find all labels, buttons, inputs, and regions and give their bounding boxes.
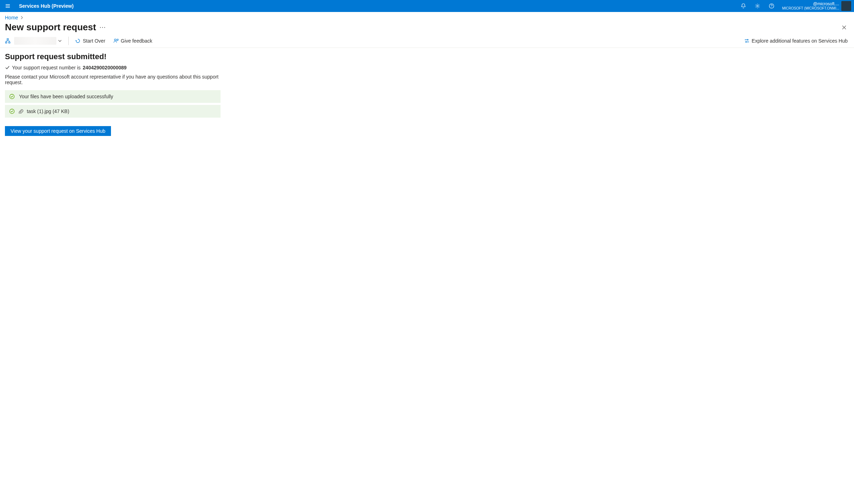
svg-point-2 <box>771 7 772 7</box>
page-header: New support request <box>0 21 854 34</box>
start-over-label: Start Over <box>83 38 105 44</box>
upload-success-text: Your files have been uploaded successful… <box>19 94 113 99</box>
svg-rect-6 <box>7 39 8 40</box>
main-content: Support request submitted! Your support … <box>0 48 225 140</box>
svg-point-3 <box>100 27 100 27</box>
account-email: @microsoft.... <box>782 2 839 6</box>
svg-point-5 <box>104 27 105 27</box>
contact-instructions: Please contact your Microsoft account re… <box>5 74 221 85</box>
restart-icon <box>75 38 81 44</box>
svg-point-9 <box>114 39 116 41</box>
avatar <box>841 1 851 11</box>
upload-success-banner: Your files have been uploaded successful… <box>5 90 221 103</box>
toolbar: Start Over Give feedback Explore additio… <box>0 34 854 48</box>
chevron-right-icon <box>20 16 24 19</box>
account-block[interactable]: @microsoft.... MICROSOFT (MICROSOFT.ONMI… <box>782 1 851 11</box>
svg-point-4 <box>102 27 103 27</box>
hierarchy-icon <box>5 38 11 44</box>
success-check-icon <box>9 94 15 99</box>
check-icon <box>5 65 10 70</box>
more-icon[interactable] <box>100 27 105 28</box>
request-number-label: Your support request number is <box>12 65 81 70</box>
account-tenant: MICROSOFT (MICROSOFT.ONMI... <box>782 6 839 10</box>
notifications-icon[interactable] <box>738 0 749 12</box>
request-number-value: 2404290020000089 <box>83 65 127 70</box>
feedback-icon <box>113 38 119 44</box>
explore-features-link[interactable]: Explore additional features on Services … <box>744 38 848 44</box>
settings-icon[interactable] <box>752 0 763 12</box>
start-over-button[interactable]: Start Over <box>74 37 107 44</box>
svg-point-10 <box>10 94 14 99</box>
help-icon[interactable] <box>766 0 777 12</box>
swap-icon <box>744 38 750 44</box>
request-number-line: Your support request number is 240429002… <box>5 65 221 70</box>
org-name-redacted <box>14 37 56 45</box>
submitted-heading: Support request submitted! <box>5 52 221 61</box>
success-check-icon <box>9 108 15 114</box>
attachment-icon <box>18 109 23 114</box>
svg-rect-7 <box>6 42 7 43</box>
menu-hamburger-icon[interactable] <box>3 1 13 11</box>
svg-rect-8 <box>9 42 10 43</box>
app-title: Services Hub (Preview) <box>19 3 74 9</box>
give-feedback-button[interactable]: Give feedback <box>112 37 154 44</box>
file-name-text: task (1).jpg (47 KB) <box>27 108 69 114</box>
chevron-down-icon <box>58 39 62 43</box>
uploaded-file-row: task (1).jpg (47 KB) <box>5 105 221 118</box>
top-bar: Services Hub (Preview) @microsoft.... MI… <box>0 0 854 12</box>
toolbar-divider <box>68 37 69 45</box>
svg-point-11 <box>10 109 14 114</box>
breadcrumb: Home <box>0 12 854 21</box>
give-feedback-label: Give feedback <box>121 38 153 44</box>
close-button[interactable] <box>839 23 849 32</box>
page-title: New support request <box>5 22 96 33</box>
breadcrumb-home[interactable]: Home <box>5 15 18 20</box>
svg-point-0 <box>757 5 758 7</box>
view-request-button[interactable]: View your support request on Services Hu… <box>5 126 111 136</box>
explore-label: Explore additional features on Services … <box>752 38 848 44</box>
org-select-dropdown[interactable] <box>13 36 63 45</box>
topbar-actions: @microsoft.... MICROSOFT (MICROSOFT.ONMI… <box>738 0 851 12</box>
